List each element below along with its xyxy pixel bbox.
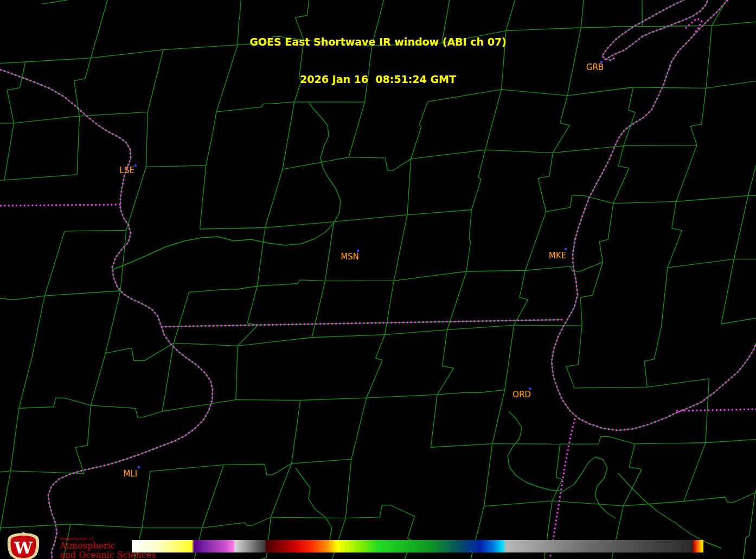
county-line <box>644 326 661 387</box>
logo-text: Department of Atmospheric and Oceanic Sc… <box>60 532 156 559</box>
county-line <box>10 408 19 471</box>
county-line <box>300 398 367 400</box>
county-line <box>466 271 525 271</box>
county-line <box>14 116 80 123</box>
county-line <box>106 291 120 353</box>
county-line <box>259 517 271 559</box>
county-line <box>0 528 2 559</box>
county-line <box>599 204 613 262</box>
county-line <box>174 343 238 346</box>
county-line <box>613 201 676 203</box>
lake-michigan-east-shore <box>678 343 756 412</box>
county-line <box>292 459 351 463</box>
county-line <box>411 150 485 159</box>
county-line <box>525 262 603 271</box>
logo-dept-name-1: Atmospheric <box>60 542 156 550</box>
county-line <box>150 465 223 471</box>
county-line <box>676 145 697 201</box>
station-dot-MKE <box>565 248 567 250</box>
mn-ia-border <box>0 205 120 206</box>
county-line <box>312 335 385 338</box>
county-line <box>91 353 106 405</box>
county-line <box>514 271 528 326</box>
county-line <box>345 505 414 518</box>
county-line <box>466 210 471 272</box>
county-line <box>200 228 265 229</box>
county-line <box>202 517 271 528</box>
county-line <box>574 387 647 388</box>
county-line <box>265 222 334 228</box>
station-dot-MLI <box>138 466 140 468</box>
station-dot-MSN <box>357 250 359 252</box>
station-label-LSE: LSE <box>119 167 134 175</box>
county-line <box>91 405 163 417</box>
county-line <box>238 338 312 346</box>
county-line <box>0 296 44 300</box>
county-line <box>206 112 216 166</box>
county-line <box>1 471 10 528</box>
county-line <box>676 195 748 201</box>
lake-michigan-east-shore-shoreline <box>678 343 756 412</box>
county-line <box>236 400 300 401</box>
county-line <box>484 501 553 506</box>
crest-letter-w: W <box>14 538 33 557</box>
image-title: GOES East Shortwave IR window (ABI ch 07… <box>0 11 756 111</box>
county-line <box>312 281 325 338</box>
county-line <box>126 167 146 230</box>
county-line <box>552 501 623 506</box>
satellite-map-viewer: GOES East Shortwave IR window (ABI ch 07… <box>0 0 756 559</box>
station-label-ORD: ORD <box>512 391 531 399</box>
station-label-GRB: GRB <box>586 63 604 72</box>
county-line <box>224 463 292 475</box>
county-line <box>238 286 258 346</box>
county-line <box>437 330 453 395</box>
county-line <box>437 390 504 395</box>
county-line <box>407 159 411 215</box>
county-line <box>71 524 142 528</box>
county-line <box>447 325 514 329</box>
fox-river <box>296 468 332 548</box>
county-line <box>106 343 174 361</box>
county-line <box>1 524 71 528</box>
station-label-MSN: MSN <box>341 253 359 261</box>
county-line <box>265 169 283 227</box>
station-dot-LSE <box>134 164 137 167</box>
county-line <box>79 112 148 116</box>
county-line <box>668 201 682 268</box>
county-line <box>662 268 668 326</box>
county-line <box>65 230 126 231</box>
county-line <box>292 401 300 464</box>
il-in-border <box>550 418 575 559</box>
county-line <box>623 444 642 506</box>
county-line <box>162 343 174 411</box>
county-line <box>75 405 91 474</box>
county-line <box>41 0 110 4</box>
temperature-colorbar <box>132 540 703 552</box>
station-label-MLI: MLI <box>123 470 137 478</box>
county-line <box>283 102 294 169</box>
county-line <box>734 195 748 259</box>
county-line <box>19 358 32 409</box>
county-line <box>684 493 755 503</box>
county-line <box>385 281 394 334</box>
county-line <box>706 439 756 443</box>
county-line <box>485 150 553 153</box>
county-line <box>623 501 683 506</box>
county-line <box>560 437 635 444</box>
county-line <box>200 166 206 229</box>
county-line <box>44 231 65 296</box>
county-line <box>514 325 582 326</box>
in-mi-border <box>676 409 756 411</box>
county-line <box>4 175 77 180</box>
county-line <box>77 116 79 175</box>
county-line <box>349 157 411 171</box>
county-line <box>345 459 351 518</box>
county-line <box>189 286 258 292</box>
county-line <box>283 157 349 170</box>
county-line <box>271 517 345 518</box>
county-line <box>271 463 291 517</box>
county-line <box>334 215 407 222</box>
title-line-2: 2026 Jan 16 08:51:24 GMT <box>0 73 756 86</box>
logo-dept-name-2: and Oceanic Sciences <box>60 551 156 559</box>
county-line <box>505 325 514 390</box>
